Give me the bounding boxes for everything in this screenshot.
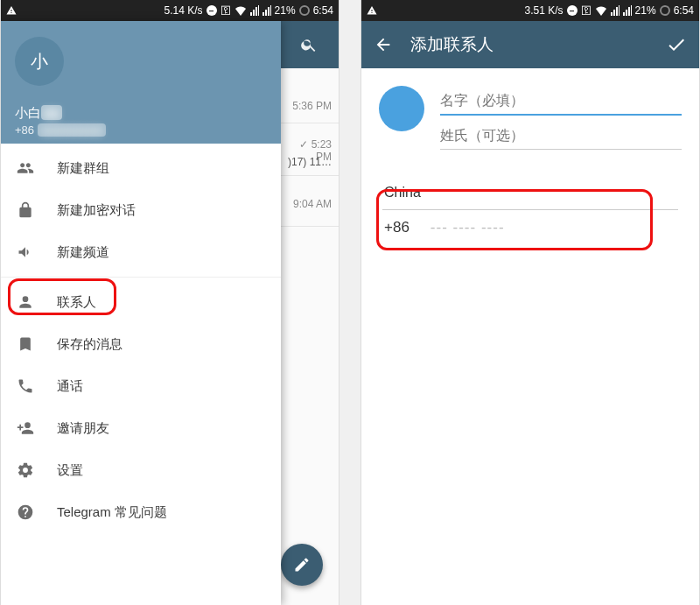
drawer-calls[interactable]: 通话	[1, 365, 281, 407]
wifi-icon	[234, 5, 247, 16]
drawer-invite-friends[interactable]: 邀请朋友	[1, 407, 281, 449]
signal-icon-2	[623, 5, 632, 16]
battery-pct: 21%	[275, 4, 296, 17]
status-bar: 5.14 K/s – ⚿ 21% 6:54	[1, 0, 339, 21]
divider	[279, 123, 339, 123]
wifi-icon	[595, 5, 607, 16]
chat-snippet: )17) 11…	[279, 151, 339, 173]
drawer-item-label: 新建群组	[57, 160, 109, 177]
vpn-key-icon: ⚿	[581, 4, 592, 17]
check-icon: ✓	[299, 138, 308, 151]
do-not-disturb-icon: –	[206, 5, 217, 16]
drawer-item-label: 联系人	[57, 294, 96, 311]
chat-toolbar	[279, 21, 339, 68]
megaphone-icon	[17, 243, 36, 261]
drawer-item-label: 邀请朋友	[57, 420, 109, 437]
drawer-phone: +86 ▮▮▮▮▮▮▮▮▮▮	[15, 123, 267, 137]
phone-icon	[17, 377, 36, 395]
phone-row: +86 --- ---- ----	[382, 209, 678, 240]
warning-icon	[6, 5, 17, 16]
status-bar: 3.51 K/s – ⚿ 21% 6:54	[361, 0, 699, 21]
left-phone: 5.14 K/s – ⚿ 21% 6:54 5:36 PM ✓ 5:23 PM …	[0, 0, 340, 605]
drawer-saved-messages[interactable]: 保存的消息	[1, 323, 281, 365]
avatar-initial: 小	[31, 50, 48, 74]
nav-drawer: 小 小白▮▮ +86 ▮▮▮▮▮▮▮▮▮▮ 新建群组 新建加密对话 新建频道	[1, 21, 281, 605]
drawer-list: 新建群组 新建加密对话 新建频道 联系人 保存的消息 通话	[1, 144, 281, 605]
drawer-item-label: 保存的消息	[57, 336, 122, 353]
avatar[interactable]: 小	[15, 37, 64, 86]
drawer-item-label: 通话	[57, 378, 83, 395]
warning-icon	[367, 5, 377, 16]
drawer-contacts[interactable]: 联系人	[1, 281, 281, 323]
country-selector[interactable]: China	[382, 181, 678, 204]
chat-time: 9:04 AM	[279, 193, 339, 215]
divider	[279, 175, 339, 176]
help-icon	[17, 503, 36, 521]
drawer-header[interactable]: 小 小白▮▮ +86 ▮▮▮▮▮▮▮▮▮▮	[1, 21, 281, 144]
gear-icon	[17, 461, 36, 479]
drawer-new-group[interactable]: 新建群组	[1, 147, 281, 189]
drawer-new-secret-chat[interactable]: 新建加密对话	[1, 189, 281, 231]
vpn-key-icon: ⚿	[220, 4, 231, 17]
right-phone: 3.51 K/s – ⚿ 21% 6:54 添加联系人 Ch	[360, 0, 700, 605]
phone-section: China +86 --- ---- ----	[379, 181, 682, 240]
country-code-input[interactable]: +86	[384, 219, 410, 236]
net-speed: 5.14 K/s	[164, 4, 203, 17]
bookmark-icon	[17, 335, 36, 353]
divider	[1, 277, 281, 278]
back-icon[interactable]	[374, 35, 393, 54]
signal-icon	[611, 5, 620, 16]
group-icon	[17, 159, 36, 177]
signal-icon	[250, 5, 259, 16]
net-speed: 3.51 K/s	[525, 4, 564, 17]
invite-icon	[17, 419, 36, 437]
first-name-input[interactable]	[440, 86, 682, 116]
add-contact-toolbar: 添加联系人	[361, 21, 699, 68]
drawer-username: 小白▮▮	[15, 105, 267, 122]
signal-icon-2	[262, 5, 271, 16]
last-name-input[interactable]	[440, 121, 682, 150]
drawer-item-label: Telegram 常见问题	[57, 504, 167, 521]
lock-icon	[17, 201, 36, 219]
drawer-new-channel[interactable]: 新建频道	[1, 231, 281, 273]
clock-icon	[660, 5, 670, 16]
add-contact-form: China +86 --- ---- ----	[361, 68, 699, 240]
divider	[279, 226, 339, 227]
toolbar-title: 添加联系人	[410, 33, 494, 56]
battery-pct: 21%	[635, 4, 656, 17]
clock-icon	[299, 5, 310, 16]
person-icon	[17, 293, 36, 311]
do-not-disturb-icon: –	[567, 5, 578, 16]
drawer-item-label: 新建频道	[57, 244, 109, 261]
drawer-item-label: 新建加密对话	[57, 202, 136, 219]
avatar-placeholder[interactable]	[379, 86, 424, 131]
drawer-item-label: 设置	[57, 462, 83, 479]
drawer-faq[interactable]: Telegram 常见问题	[1, 491, 281, 533]
confirm-icon[interactable]	[666, 34, 687, 55]
phone-number-input[interactable]: --- ---- ----	[430, 219, 505, 236]
clock-time: 6:54	[674, 4, 694, 17]
drawer-settings[interactable]: 设置	[1, 449, 281, 491]
pencil-icon	[293, 556, 311, 573]
chat-time: 5:36 PM	[279, 95, 339, 117]
compose-fab[interactable]	[281, 544, 323, 586]
clock-time: 6:54	[313, 4, 333, 17]
search-icon[interactable]	[300, 36, 318, 53]
